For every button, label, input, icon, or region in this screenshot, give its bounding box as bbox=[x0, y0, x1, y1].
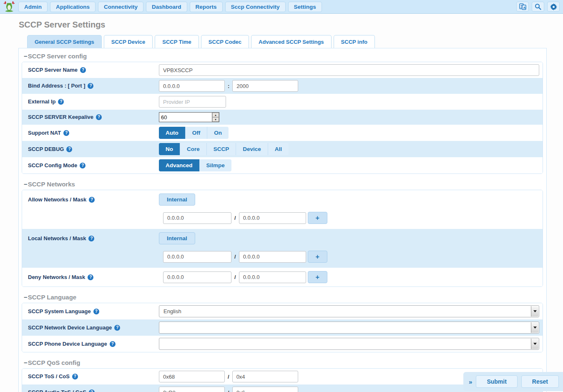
allow-internal-button[interactable]: Internal bbox=[159, 193, 195, 206]
collapse-icon[interactable]: − bbox=[24, 181, 28, 188]
nav-applications[interactable]: Applications bbox=[50, 2, 96, 12]
stepper-down-icon[interactable]: ▼ bbox=[212, 117, 219, 122]
row-deny-networks: Deny Networks / Mask ? / + bbox=[22, 268, 543, 286]
debug-core[interactable]: Core bbox=[180, 143, 207, 155]
help-icon[interactable]: ? bbox=[96, 114, 102, 120]
allow-network-input[interactable] bbox=[163, 212, 231, 224]
debug-device[interactable]: Device bbox=[236, 143, 268, 155]
deny-mask-input[interactable] bbox=[239, 271, 306, 283]
sccp-tos-label: SCCP ToS / CoS bbox=[28, 373, 70, 380]
allow-add-button[interactable]: + bbox=[308, 212, 327, 224]
deny-network-input[interactable] bbox=[163, 271, 231, 283]
settings-button[interactable] bbox=[547, 2, 560, 12]
collapse-chevron-icon[interactable]: » bbox=[469, 378, 472, 385]
collapse-icon[interactable]: − bbox=[24, 53, 28, 60]
support-nat-off[interactable]: Off bbox=[186, 127, 208, 139]
section-title: SCCP QoS config bbox=[28, 359, 80, 366]
local-internal-button[interactable]: Internal bbox=[159, 232, 195, 244]
local-network-input[interactable] bbox=[163, 251, 231, 263]
frog-logo[interactable] bbox=[3, 0, 16, 13]
config-mode-simple[interactable]: Silmpe bbox=[200, 159, 231, 171]
audio-cos-input[interactable] bbox=[232, 387, 298, 392]
network-device-language-select[interactable] bbox=[159, 322, 539, 334]
system-language-value: English bbox=[163, 306, 181, 317]
section-language: SCCP System Language ? English SCCP Netw… bbox=[22, 303, 543, 352]
tab-advanced-sccp-settings[interactable]: Advanced SCCP Settings bbox=[251, 35, 332, 48]
sccp-cos-input[interactable] bbox=[232, 371, 298, 382]
help-icon[interactable]: ? bbox=[80, 163, 85, 168]
submit-button[interactable]: Submit bbox=[476, 375, 517, 388]
nav-sccp-connectivity[interactable]: Sccp Connectivity bbox=[225, 2, 286, 12]
server-name-label: SCCP Server Name bbox=[28, 67, 78, 73]
external-ip-input[interactable] bbox=[159, 96, 226, 108]
collapse-icon[interactable]: − bbox=[24, 294, 28, 301]
tab-general-sccp-settings[interactable]: General SCCP Settings bbox=[27, 35, 102, 48]
help-icon[interactable]: ? bbox=[58, 99, 64, 105]
system-language-select[interactable]: English bbox=[159, 305, 539, 317]
help-icon[interactable]: ? bbox=[88, 236, 94, 241]
deny-add-button[interactable]: + bbox=[308, 271, 327, 283]
audio-tos-input[interactable] bbox=[159, 387, 225, 392]
search-icon bbox=[535, 3, 541, 10]
help-icon[interactable]: ? bbox=[88, 274, 93, 280]
search-button[interactable] bbox=[532, 2, 544, 12]
help-icon[interactable]: ? bbox=[93, 309, 99, 314]
debug-all[interactable]: All bbox=[268, 143, 289, 155]
help-icon[interactable]: ? bbox=[72, 374, 78, 379]
local-add-button[interactable]: + bbox=[308, 251, 327, 263]
tos-cos-separator: / bbox=[228, 389, 229, 392]
row-system-language: SCCP System Language ? English bbox=[22, 303, 543, 319]
help-icon[interactable]: ? bbox=[89, 389, 95, 392]
nav-dashboard[interactable]: Dashboard bbox=[146, 2, 187, 12]
sccp-tos-input[interactable] bbox=[159, 371, 225, 382]
nav-reports[interactable]: Reports bbox=[190, 2, 223, 12]
section-header-qos: − SCCP QoS config bbox=[19, 357, 546, 368]
dropdown-arrow-icon bbox=[531, 306, 538, 317]
debug-no[interactable]: No bbox=[159, 143, 180, 155]
reset-button[interactable]: Reset bbox=[521, 375, 559, 388]
phone-device-language-select[interactable] bbox=[159, 338, 539, 350]
help-icon[interactable]: ? bbox=[63, 130, 69, 136]
bind-ip-input[interactable] bbox=[159, 80, 225, 92]
config-mode-advanced[interactable]: Advanced bbox=[159, 159, 200, 171]
bind-port-separator: : bbox=[228, 83, 229, 89]
network-device-language-label: SCCP Network Device Language bbox=[28, 324, 112, 331]
tab-panel: − SCCP Server config SCCP Server Name ? … bbox=[18, 48, 547, 392]
tab-sccp-info[interactable]: SCCP info bbox=[334, 35, 375, 48]
audio-tos-label: SCCP Audio ToS / CoS bbox=[28, 389, 86, 392]
nav-connectivity[interactable]: Connectivity bbox=[98, 2, 143, 12]
phone-device-language-label: SCCP Phone Device Language bbox=[28, 341, 107, 347]
help-icon[interactable]: ? bbox=[80, 67, 86, 73]
language-button[interactable]: 文 A bbox=[516, 2, 529, 12]
row-support-nat: Support NAT ? Auto Off On bbox=[22, 125, 543, 141]
help-icon[interactable]: ? bbox=[66, 146, 72, 152]
help-icon[interactable]: ? bbox=[114, 325, 120, 331]
frog-logo-icon bbox=[3, 1, 15, 12]
support-nat-auto[interactable]: Auto bbox=[159, 127, 186, 139]
page-title: SCCP Server Settings bbox=[19, 20, 563, 30]
support-nat-group: Auto Off On bbox=[159, 127, 229, 139]
help-icon[interactable]: ? bbox=[88, 83, 93, 89]
server-name-input[interactable] bbox=[159, 64, 539, 76]
tab-sccp-time[interactable]: SCCP Time bbox=[155, 35, 199, 48]
tab-sccp-codec[interactable]: SCCP Codec bbox=[201, 35, 249, 48]
gear-icon bbox=[550, 3, 557, 10]
debug-sccp[interactable]: SCCP bbox=[207, 143, 236, 155]
collapse-icon[interactable]: − bbox=[24, 359, 28, 366]
keepalive-label: SCCP SERVER Keepalive bbox=[28, 114, 93, 121]
help-icon[interactable]: ? bbox=[110, 341, 116, 347]
support-nat-on[interactable]: On bbox=[207, 127, 229, 139]
stepper-up-icon[interactable]: ▲ bbox=[212, 113, 219, 117]
allow-mask-input[interactable] bbox=[239, 212, 306, 224]
nav-settings[interactable]: Settings bbox=[288, 2, 322, 12]
tos-cos-separator: / bbox=[228, 374, 229, 380]
tab-sccp-device[interactable]: SCCP Device bbox=[104, 35, 153, 48]
bind-port-input[interactable] bbox=[232, 80, 298, 92]
nav-admin[interactable]: Admin bbox=[18, 2, 48, 12]
help-icon[interactable]: ? bbox=[89, 197, 95, 203]
local-mask-input[interactable] bbox=[239, 251, 306, 263]
keepalive-input[interactable] bbox=[159, 113, 212, 122]
row-keepalive: SCCP SERVER Keepalive ? ▲ ▼ bbox=[22, 110, 543, 125]
row-local-networks: Local Networks / Mask ? Internal / + bbox=[22, 229, 543, 268]
section-title: SCCP Language bbox=[28, 294, 76, 301]
